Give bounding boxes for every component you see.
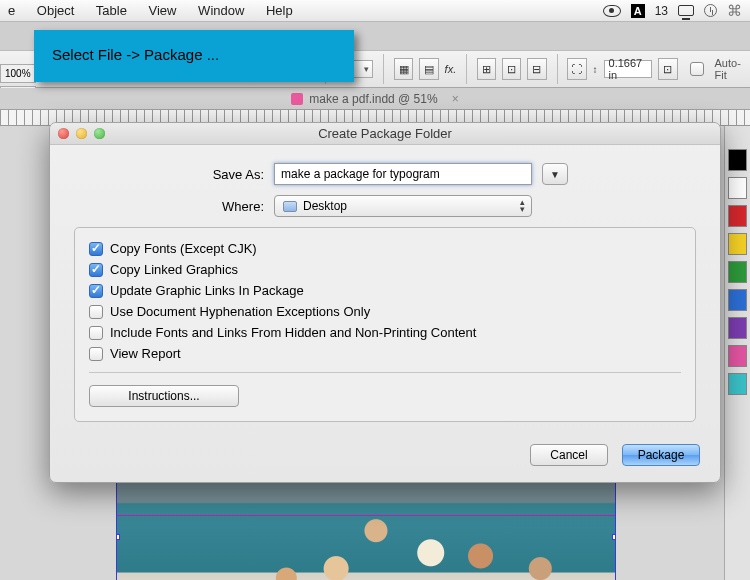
swatch[interactable]: [728, 317, 747, 339]
swatch[interactable]: [728, 345, 747, 367]
menu-item[interactable]: Window: [198, 3, 244, 18]
autofit-checkbox[interactable]: [690, 62, 704, 76]
clock-icon[interactable]: [704, 4, 717, 17]
checkbox[interactable]: [89, 326, 103, 340]
app-menu[interactable]: e Object Table View Window Help: [8, 3, 311, 18]
option-row[interactable]: Copy Fonts (Except CJK): [89, 238, 681, 259]
folder-icon: [283, 201, 297, 212]
option-label: Use Document Hyphenation Exceptions Only: [110, 304, 370, 319]
resize-handle[interactable]: [116, 534, 120, 540]
close-tab-icon[interactable]: ×: [452, 92, 459, 106]
toolbar-btn[interactable]: ⊡: [658, 58, 677, 80]
indesign-doc-icon: [291, 93, 303, 105]
swatch[interactable]: [728, 233, 747, 255]
package-options: Copy Fonts (Except CJK)Copy Linked Graph…: [74, 227, 696, 422]
bluetooth-icon[interactable]: ⌘: [727, 2, 742, 20]
separator: [466, 54, 467, 84]
where-select[interactable]: Desktop ▴▾: [274, 195, 532, 217]
cancel-button[interactable]: Cancel: [530, 444, 608, 466]
option-label: Include Fonts and Links From Hidden and …: [110, 325, 476, 340]
save-as-input[interactable]: [274, 163, 532, 185]
swatch[interactable]: [728, 149, 747, 171]
separator: [557, 54, 558, 84]
mac-menubar: e Object Table View Window Help A 13 ⌘: [0, 0, 750, 22]
toolbar-btn[interactable]: ⊟: [527, 58, 546, 80]
option-row[interactable]: Use Document Hyphenation Exceptions Only: [89, 301, 681, 322]
instruction-text: Select File -> Package ...: [52, 46, 219, 63]
toolbar-btn[interactable]: ▤: [419, 58, 438, 80]
save-as-label: Save As:: [74, 167, 274, 182]
menu-item[interactable]: e: [8, 3, 15, 18]
option-row[interactable]: Copy Linked Graphics: [89, 259, 681, 280]
document-name[interactable]: make a pdf.indd @ 51%: [309, 92, 437, 106]
eye-icon[interactable]: [603, 5, 621, 17]
history-dropdown-button[interactable]: ▼: [542, 163, 568, 185]
swatch[interactable]: [728, 177, 747, 199]
menu-item[interactable]: View: [149, 3, 177, 18]
checkbox[interactable]: [89, 284, 103, 298]
instruction-callout: Select File -> Package ...: [34, 30, 354, 82]
resize-handle[interactable]: [612, 534, 616, 540]
menu-item[interactable]: Table: [96, 3, 127, 18]
swatch[interactable]: [728, 289, 747, 311]
swatch[interactable]: [728, 373, 747, 395]
menu-item[interactable]: Help: [266, 3, 293, 18]
checkbox[interactable]: [89, 347, 103, 361]
dialog-titlebar[interactable]: Create Package Folder: [50, 123, 720, 145]
menubar-status: A 13 ⌘: [603, 2, 742, 20]
document-tab-bar: make a pdf.indd @ 51% ×: [0, 88, 750, 110]
package-button[interactable]: Package: [622, 444, 700, 466]
separator: [383, 54, 384, 84]
where-label: Where:: [74, 199, 274, 214]
option-label: View Report: [110, 346, 181, 361]
divider: [89, 372, 681, 373]
option-row[interactable]: Update Graphic Links In Package: [89, 280, 681, 301]
display-icon[interactable]: [678, 5, 694, 16]
swatch[interactable]: [728, 205, 747, 227]
zoom-field[interactable]: 100%: [0, 64, 36, 83]
swatch[interactable]: [728, 261, 747, 283]
updown-icon: ▴▾: [520, 199, 525, 213]
option-row[interactable]: View Report: [89, 343, 681, 364]
checkbox[interactable]: [89, 263, 103, 277]
toolbar-btn[interactable]: ⊡: [502, 58, 521, 80]
option-label: Update Graphic Links In Package: [110, 283, 304, 298]
dialog-footer: Cancel Package: [50, 438, 720, 482]
right-panel-dock[interactable]: [724, 126, 750, 580]
option-label: Copy Linked Graphics: [110, 262, 238, 277]
dimension-field[interactable]: 0.1667 in: [604, 60, 653, 78]
toolbar-btn[interactable]: ⊞: [477, 58, 496, 80]
where-value: Desktop: [303, 199, 347, 213]
option-row[interactable]: Include Fonts and Links From Hidden and …: [89, 322, 681, 343]
menu-item[interactable]: Object: [37, 3, 75, 18]
adobe-count: 13: [655, 4, 668, 18]
dialog-title: Create Package Folder: [50, 126, 720, 141]
fx-label: fx.: [445, 63, 457, 75]
adobe-icon[interactable]: A: [631, 4, 645, 18]
option-label: Copy Fonts (Except CJK): [110, 241, 257, 256]
create-package-dialog: Create Package Folder Save As: ▼ Where: …: [49, 122, 721, 483]
instructions-button[interactable]: Instructions...: [89, 385, 239, 407]
autofit-label: Auto-Fit: [715, 57, 744, 81]
toolbar-btn[interactable]: ▦: [394, 58, 413, 80]
checkbox[interactable]: [89, 305, 103, 319]
crop-icon[interactable]: ⛶: [567, 58, 586, 80]
checkbox[interactable]: [89, 242, 103, 256]
